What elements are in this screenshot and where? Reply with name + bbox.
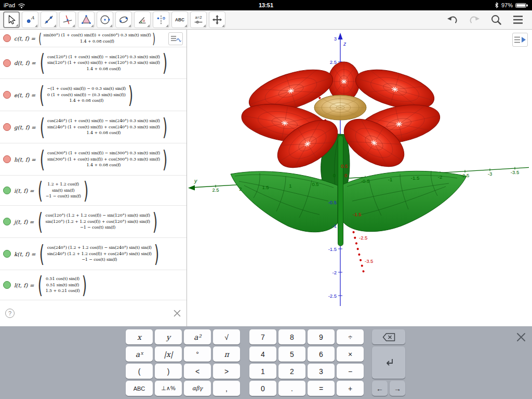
key-greek-layout[interactable]: αβγ <box>184 381 211 396</box>
menu-icon <box>512 14 524 26</box>
key-pi[interactable]: π <box>213 347 240 362</box>
eq-line: −1 − cos(t) sin(f) <box>80 224 115 231</box>
undo-button[interactable] <box>446 13 459 26</box>
move-graphics-view-tool[interactable] <box>209 11 225 28</box>
key-abs[interactable]: |x| <box>155 347 182 362</box>
ellipse-tool[interactable] <box>115 11 132 28</box>
key-greater-than[interactable]: > <box>213 364 240 379</box>
algebra-row-k[interactable]: k(t, f) = ( cos(240°) (1.2 + 1.2 cos(f))… <box>0 238 187 270</box>
key-9[interactable]: 9 <box>308 329 335 344</box>
slider-tool[interactable]: a=2 <box>190 11 207 28</box>
visibility-dot[interactable] <box>3 281 11 289</box>
eq-line: 0.51 sin(t) sin(f) <box>46 282 79 288</box>
help-button[interactable]: ? <box>5 309 15 318</box>
eq-label: i(t, f) = <box>14 188 34 194</box>
algebra-row-g[interactable]: g(t, f) = ( cos(240°) (1 + cos(t) sin(f)… <box>0 111 187 143</box>
eq-line: 1.4 + 0.08 cos(f) <box>69 98 103 104</box>
svg-text:2.5: 2.5 <box>212 187 219 193</box>
key-3[interactable]: 3 <box>308 364 335 379</box>
key-minus[interactable]: − <box>337 364 364 379</box>
key-paren-open[interactable]: ( <box>126 364 153 379</box>
reflect-tool[interactable] <box>153 11 169 28</box>
visibility-dot[interactable] <box>3 59 11 67</box>
algebra-input-row[interactable]: ? <box>0 300 187 326</box>
svg-text:-0.5: -0.5 <box>361 178 369 184</box>
svg-text:-2.5: -2.5 <box>359 235 367 241</box>
key-y[interactable]: y <box>155 329 182 344</box>
style-bar-icon <box>170 35 181 43</box>
key-2[interactable]: 2 <box>278 364 305 379</box>
perpendicular-line-tool[interactable] <box>59 11 76 28</box>
visibility-dot[interactable] <box>3 123 11 131</box>
paren-open: ( <box>40 148 45 171</box>
key-x[interactable]: x <box>126 329 153 344</box>
key-less-than[interactable]: < <box>184 364 211 379</box>
visibility-dot[interactable] <box>3 91 11 99</box>
eq-line: −(1 + cos(t) sin(f)) − 0 0.3 sin(t) sin(… <box>47 86 126 92</box>
menu-button[interactable] <box>511 13 525 26</box>
eq-label: j(t, f) = <box>14 219 34 225</box>
cursor-left-key[interactable]: ← <box>372 381 388 396</box>
angle-tool[interactable]: α <box>134 11 151 28</box>
key-decimal-point[interactable]: . <box>278 381 305 396</box>
key-sqrt[interactable]: √ <box>213 329 240 344</box>
key-multiply[interactable]: × <box>337 347 364 362</box>
key-5[interactable]: 5 <box>278 347 305 362</box>
key-plus[interactable]: + <box>337 381 364 396</box>
battery-icon <box>515 3 528 8</box>
line-tool[interactable] <box>41 11 57 28</box>
key-0[interactable]: 0 <box>249 381 276 396</box>
key-symbols-layout[interactable]: ⊥∧% <box>155 381 182 396</box>
move-tool[interactable] <box>3 11 20 28</box>
algebra-style-bar-button[interactable] <box>168 32 183 45</box>
backspace-icon <box>382 332 396 342</box>
graphics-view-3d[interactable]: 3 2.5 z -0.5 -1 -1.5 -2 -2.5 y 2.5 2 1.5… <box>187 30 532 326</box>
key-7[interactable]: 7 <box>249 329 276 344</box>
key-equals[interactable]: = <box>308 381 335 396</box>
close-keyboard-button[interactable] <box>515 331 527 343</box>
key-1[interactable]: 1 <box>249 364 276 379</box>
key-a-power-x[interactable]: aˣ <box>126 347 153 362</box>
text-tool[interactable]: ABC <box>171 11 188 28</box>
eq-line: 1.4 + 0.08 cos(f) <box>87 130 121 136</box>
key-abc-layout[interactable]: ABC <box>126 381 153 396</box>
svg-text:-2: -2 <box>332 270 337 275</box>
key-8[interactable]: 8 <box>278 329 305 344</box>
algebra-row-l[interactable]: l(t, f) = ( 0.51 cos(t) sin(f) 0.51 sin(… <box>0 270 187 300</box>
circle-with-center-tool[interactable] <box>97 11 113 28</box>
eq-line: cos(120°) (1.2 + 1.2 cos(f)) − sin(120°)… <box>46 212 150 219</box>
visibility-dot[interactable] <box>3 218 11 225</box>
clear-input-icon[interactable] <box>173 309 181 317</box>
visibility-dot[interactable] <box>3 155 11 163</box>
enter-key[interactable] <box>372 347 405 379</box>
algebra-row-e[interactable]: e(t, f) = ( −(1 + cos(t) sin(f)) − 0 0.3… <box>0 79 187 111</box>
point-tool[interactable]: A <box>22 11 38 28</box>
algebra-row-d[interactable]: d(t, f) = ( cos(120°) (1 + cos(t) sin(f)… <box>0 47 187 79</box>
algebra-row-i[interactable]: i(t, f) = ( 1.2 + 1.2 cos(f) sin(t) sin(… <box>0 176 187 206</box>
algebra-row-j[interactable]: j(t, f) = ( cos(120°) (1.2 + 1.2 cos(f))… <box>0 206 187 238</box>
search-button[interactable] <box>489 13 503 26</box>
key-4[interactable]: 4 <box>249 347 276 362</box>
key-divide[interactable]: ÷ <box>337 329 364 344</box>
key-degree[interactable]: ° <box>184 347 211 362</box>
visibility-dot[interactable] <box>3 34 11 42</box>
visibility-dot[interactable] <box>3 250 11 258</box>
algebra-row-c[interactable]: c(t, f) = ( sin(60°) (1 + cos(t) sin(f))… <box>0 30 187 47</box>
key-comma[interactable]: , <box>213 381 240 396</box>
polygon-tool[interactable] <box>78 11 95 28</box>
backspace-key[interactable] <box>372 329 405 344</box>
redo-button[interactable] <box>468 13 481 26</box>
paren-open: ( <box>38 179 43 202</box>
cursor-right-key[interactable]: → <box>390 381 405 396</box>
key-paren-close[interactable]: ) <box>155 364 182 379</box>
paren-open: ( <box>38 31 42 45</box>
style-bar-icon <box>513 35 527 44</box>
svg-text:-3.5: -3.5 <box>511 169 519 175</box>
algebra-row-h[interactable]: h(t, f) = ( cos(300°) (1 + cos(t) sin(f)… <box>0 143 187 176</box>
visibility-dot[interactable] <box>3 187 11 194</box>
key-6[interactable]: 6 <box>308 347 335 362</box>
graphics-style-bar-button[interactable] <box>512 33 528 47</box>
eq-line: 1.4 + 0.08 cos(f) <box>80 38 114 45</box>
circle-icon <box>99 14 111 25</box>
key-a-squared[interactable]: a² <box>184 329 211 344</box>
